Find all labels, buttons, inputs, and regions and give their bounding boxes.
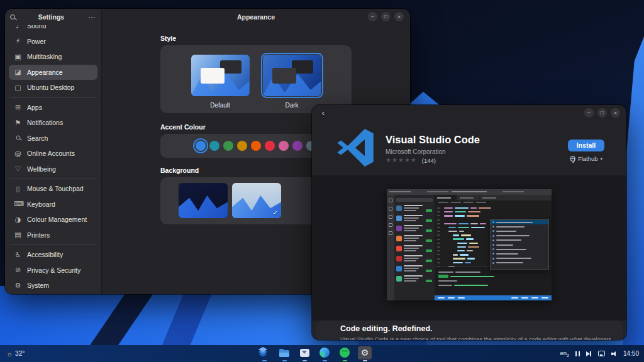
sidebar-item-multitasking[interactable]: ▣ Multitasking: [9, 49, 97, 65]
sidebar-item-apps[interactable]: ⊞ Apps: [9, 100, 97, 116]
clock[interactable]: 14:50: [623, 350, 639, 357]
dock-item-files[interactable]: [277, 346, 291, 361]
sidebar-item-mouse-touchpad[interactable]: ▯ Mouse & Touchpad: [9, 181, 97, 197]
accent-swatch-blue[interactable]: [196, 141, 206, 151]
taskbar: ☼ 32°: [0, 345, 644, 362]
app-description: Visual Studio Code is a new choice of to…: [340, 336, 611, 340]
keyboard-icon: ⌨: [14, 200, 22, 208]
maximize-icon[interactable]: □: [597, 108, 607, 118]
sidebar-item-accessibility[interactable]: ♿ Accessibility: [9, 247, 97, 263]
system-tray: en2 14:50: [560, 345, 639, 362]
notifications-icon: ⚑: [14, 119, 22, 127]
display-icon[interactable]: [598, 351, 605, 356]
screenshot-extensions-panel: [394, 195, 435, 300]
accent-swatch-green[interactable]: [223, 141, 233, 151]
flathub-globe-icon: [570, 156, 575, 162]
desktop: Settings ⋯ ♪ Sound ⚡ Power ▣: [0, 0, 644, 362]
dock-item-settings[interactable]: ⚙: [358, 346, 372, 361]
printers-icon: ▤: [14, 231, 22, 239]
source-label: Flathub: [578, 155, 598, 162]
sidebar-item-privacy-security[interactable]: ⊘ Privacy & Security: [9, 263, 97, 278]
next-track-icon[interactable]: [586, 351, 592, 356]
app-stack-icon: [258, 347, 267, 352]
app-developer: Microsoft Corporation: [386, 148, 446, 155]
files-icon: [279, 350, 289, 357]
power-icon: ⚡: [14, 37, 22, 45]
sidebar-item-notifications[interactable]: ⚑ Notifications: [9, 115, 97, 131]
more-menu-icon[interactable]: ⋯: [87, 13, 96, 21]
dock-item-edge-browser[interactable]: [318, 346, 331, 361]
sidebar-item-system[interactable]: ⚙ System: [9, 278, 97, 293]
star-rating-icons: ★★★★★: [386, 156, 417, 164]
source-selector[interactable]: Flathub ▾: [564, 155, 609, 162]
sidebar-item-search[interactable]: Search: [9, 131, 97, 146]
app-description-card: Code editing. Redefined. Visual Studio C…: [316, 321, 623, 340]
app-name: Visual Studio Code: [386, 134, 480, 146]
style-preview-front-window: [272, 68, 296, 84]
pause-icon[interactable]: [575, 351, 580, 356]
style-option-dark[interactable]: Dark: [260, 53, 323, 113]
running-indicator: [282, 360, 287, 361]
screenshot-activity-bar: [387, 195, 394, 300]
apps-icon: ⊞: [14, 103, 22, 111]
software-window: ‹ − □ × Visual Studio Code Microsoft Cor…: [312, 105, 626, 340]
ubuntu-desktop-icon: ▢: [14, 84, 22, 92]
app-screenshot[interactable]: [387, 189, 552, 300]
volume-icon[interactable]: [611, 351, 617, 356]
screenshot-terminal: [435, 266, 552, 295]
mail-icon: [300, 349, 309, 357]
multitasking-icon: ▣: [14, 53, 22, 61]
sun-icon: ☼: [6, 350, 13, 358]
temperature: 32°: [15, 350, 25, 357]
sidebar-item-colour-management[interactable]: ◑ Colour Management: [9, 212, 97, 228]
keyboard-layout-indicator[interactable]: en2: [560, 349, 569, 358]
screenshot-autocomplete-popup: [490, 219, 549, 270]
sidebar-item-keyboard[interactable]: ⌨ Keyboard: [9, 197, 97, 212]
sidebar-item-ubuntu-desktop[interactable]: ▢ Ubuntu Desktop: [9, 80, 97, 96]
maximize-icon[interactable]: □: [381, 12, 391, 21]
sidebar-item-appearance[interactable]: ◪ Appearance: [9, 65, 97, 80]
sidebar-item-wellbeing[interactable]: ♡ Wellbeing: [9, 162, 97, 177]
settings-title: Settings: [15, 13, 87, 21]
running-indicator: [262, 360, 267, 361]
dock-item-spotify[interactable]: [338, 346, 352, 361]
settings-sidebar-header: Settings ⋯: [5, 9, 101, 25]
sidebar-item-online-accounts[interactable]: @ Online Accounts: [9, 146, 97, 162]
edge-browser-icon: [319, 348, 330, 358]
search-icon: [14, 134, 22, 142]
style-option-default[interactable]: Default: [189, 53, 252, 113]
page-title: Appearance: [102, 9, 410, 25]
dock: ⚙: [257, 346, 372, 361]
back-icon[interactable]: ‹: [318, 108, 328, 118]
appearance-icon: ◪: [14, 68, 22, 76]
accent-swatch-pink[interactable]: [279, 141, 289, 151]
close-icon[interactable]: ×: [394, 12, 404, 21]
background-thumb-dark[interactable]: [179, 183, 228, 218]
running-indicator: [323, 360, 327, 361]
privacy-security-icon: ⊘: [14, 266, 22, 274]
weather-widget[interactable]: ☼ 32°: [6, 345, 25, 362]
dock-item-mail[interactable]: [297, 346, 311, 361]
accent-swatch-teal[interactable]: [209, 141, 219, 151]
screenshot-editor: [435, 195, 552, 300]
screenshot-titlebar: [387, 189, 552, 195]
sidebar-item-printers[interactable]: ▤ Printers: [9, 228, 97, 243]
minimize-icon[interactable]: −: [584, 108, 594, 118]
search-icon[interactable]: [10, 14, 15, 19]
app-tagline: Code editing. Redefined.: [340, 324, 433, 333]
background-thumb-light[interactable]: ✓: [232, 183, 281, 218]
system-icon: ⚙: [14, 282, 22, 290]
accent-swatch-red[interactable]: [265, 141, 275, 151]
wellbeing-icon: ♡: [14, 165, 22, 173]
install-button[interactable]: Install: [568, 140, 604, 151]
sidebar-item-power[interactable]: ⚡ Power: [9, 34, 97, 50]
accent-swatch-yellow[interactable]: [237, 141, 247, 151]
dock-item-app-stack[interactable]: [257, 346, 271, 361]
accent-swatch-purple[interactable]: [292, 141, 303, 151]
chevron-down-icon: ▾: [601, 156, 603, 162]
rating-count: (144): [422, 157, 436, 164]
minimize-icon[interactable]: −: [368, 12, 377, 21]
close-icon[interactable]: ×: [611, 108, 620, 118]
accent-swatch-orange[interactable]: [251, 141, 261, 151]
settings-sidebar: Settings ⋯ ♪ Sound ⚡ Power ▣: [5, 9, 102, 294]
